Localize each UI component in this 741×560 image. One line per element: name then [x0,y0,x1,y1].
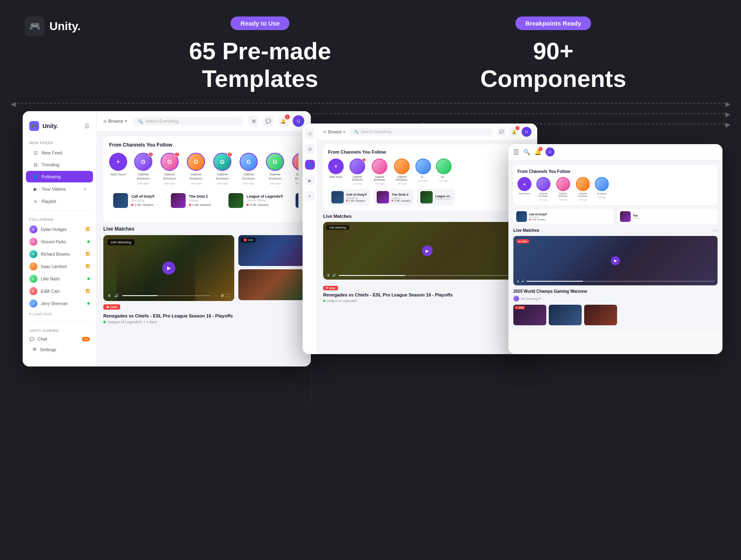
second-progress-bar[interactable] [339,275,528,276]
second-channel-1[interactable]: 3 Gabriel Erickson 14m ago [349,159,366,185]
third-thumb-1[interactable]: 🔴 Live [513,305,546,325]
third-search-icon[interactable]: 🔍 [523,149,530,155]
channel-item-5[interactable]: G Gabriel Erickson 14m ago [238,153,259,185]
second-browse-dropdown[interactable]: ⊙ Browse ▾ [323,130,345,134]
third-hamburger[interactable]: ☰ [513,148,519,156]
channel-item-7[interactable]: G Gabriel Erickson 14m ago [291,153,298,185]
game-card-fortnite[interactable]: Fortnite® Shooting 2.8K viewers [291,191,298,210]
game-title-cod: Call of Duty® [131,194,155,198]
arrow-right-1: ▶ [725,100,730,108]
third-prev-arrow[interactable]: ‹ [713,228,714,233]
second-channel-2[interactable]: Gabriel Erickson 14m ago [371,159,388,185]
notifications-button[interactable]: 🔔 2 [278,116,289,126]
small-icon-playlist[interactable]: ≡ [305,191,315,201]
hamburger-icon[interactable]: ☰ [84,123,90,129]
sidebar-item-your-videos[interactable]: ▶ Your Videos + [26,183,93,195]
channel-item-6[interactable]: G Gabriel Erickson 14m ago [265,153,285,185]
second-channel-5[interactable]: Er... 14m ago [436,159,452,185]
second-game-dota[interactable]: The Dota 2 eSport 2.8K viewers [373,189,414,205]
third-channel-1[interactable]: Gabriel Erickson 14m ago [536,177,551,201]
sidebar-chat-item[interactable]: 💬 Chat 20 [23,334,96,343]
third-progress-bar[interactable] [527,281,714,282]
third-channel-3[interactable]: Gabriel Erickson 14m ago [575,177,591,201]
play-button[interactable]: ▶ [162,261,175,275]
channel-name-4: Gabriel Erickson [212,173,233,180]
channel-time-7: 14m ago [296,182,298,185]
live-match-main[interactable]: 24K Watching ▶ ⏸ 🔊 → [103,235,234,301]
third-thumb-3[interactable] [584,305,617,325]
sidebar-item-new-feed[interactable]: ⊡ New Feed [26,147,93,159]
third-nav-avatar[interactable]: U [545,147,555,156]
settings-icon-match[interactable]: ⚙ [221,294,224,298]
third-thumb-2[interactable] [549,305,582,325]
small-icon-following[interactable]: 👤 [305,160,315,170]
mini-preview-2[interactable] [238,269,304,300]
add-avatar: + [109,153,127,171]
third-channel-4[interactable]: Erickson 14m ago [595,177,609,201]
third-game-cod[interactable]: Call of Duty® Shooting 2.8K viewers [513,209,614,224]
second-live-badge: Live [323,286,338,290]
small-icon-home[interactable]: ⊡ [305,128,315,138]
sidebar-item-settings[interactable]: ⚙ Settings [26,344,93,355]
sidebar-item-following[interactable]: 👤 Following [26,171,93,182]
third-play-btn[interactable]: ▶ [611,256,620,265]
third-main-video[interactable]: Live ▶ ⏸ 🔊 [513,236,718,285]
progress-bar[interactable] [122,295,211,296]
second-pause-icon[interactable]: ⏸ [326,273,330,277]
game-card-cod[interactable]: Call of Duty® Shooting 2.8K viewers [109,191,163,210]
second-messages-btn[interactable]: 💬 [497,127,506,136]
pause-icon[interactable]: ⏸ [107,294,111,298]
search-bar[interactable]: 🔍 Search Everything [132,117,243,126]
game-card-lol[interactable]: League of Legends® Online Game 2.8K view… [224,191,287,210]
channel-time-6: 14m ago [269,182,280,185]
channel-avatar-wrap-5: G [240,153,258,171]
user-avatar-nav[interactable]: U [293,115,304,127]
second-search-bar[interactable]: 🔍 Search Everything [349,128,493,135]
second-channel-3[interactable]: Gabriel Erickson 14m ago [393,159,410,185]
channel-avatar-wrap-4: G 2 [213,153,231,171]
sidebar-divider-2 [29,322,90,322]
sidebar-item-playlist[interactable]: ≡ Playlist [26,196,93,207]
add-button[interactable]: ⊞ [248,116,259,126]
second-game-genre-lol: Online Game [435,198,451,200]
wifi-icon-isaac: 📶 [86,264,90,268]
second-add-yours[interactable]: + Add Yours [328,159,344,185]
small-icon-trending[interactable]: ⊟ [305,144,315,154]
viewer-dot-dota [189,204,191,206]
add-icon: ⊞ [252,119,256,124]
second-nav-avatar[interactable]: U [522,127,531,137]
add-video-icon[interactable]: + [83,186,86,192]
second-main-video[interactable]: 24k watching ▶ ⏸ 🔊 [323,222,531,280]
sidebar-item-trending[interactable]: ⊟ Trending [26,159,93,170]
game-card-dota[interactable]: The Dota 2 eSport 2.8K viewers [167,191,220,210]
volume-icon[interactable]: 🔊 [114,294,119,298]
third-pause-icon[interactable]: ⏸ [517,280,520,283]
arrow-right-3: ▶ [725,121,730,128]
channel-time-5: 14m ago [243,182,254,185]
third-vol-icon[interactable]: 🔊 [521,280,525,283]
mini-preview-1[interactable]: 🔴 Live [238,235,304,266]
second-game-cod[interactable]: Call of Duty® Shooting 2.8K viewers [328,189,370,205]
third-add-yours[interactable]: + Add Yours [517,177,531,201]
bell-icon: 🔔 [280,119,286,124]
fullscreen-icon[interactable]: ⛶ [226,294,230,298]
channel-item-1[interactable]: G 3 Gabriel Erickson 14m ago [133,153,154,185]
channel-item-4[interactable]: G 2 Gabriel Erickson 14m ago [212,153,233,185]
small-icon-videos[interactable]: ▶ [305,175,315,185]
load-more-btn[interactable]: ▾ Load more [23,310,96,318]
third-game-dota[interactable]: The eSport [617,209,718,224]
second-play-btn[interactable]: ▶ [422,245,433,256]
messages-button[interactable]: 💬 [263,116,274,126]
channel-item-3[interactable]: G Gabriel Erickson 14m ago [186,153,206,185]
third-next-arrow[interactable]: › [716,228,718,233]
channel-item-2[interactable]: G 1 Gabriel Erickson 14m ago [159,153,180,185]
notification-badge: 2 [285,114,290,119]
second-notifications-btn[interactable]: 🔔 2 [509,127,518,136]
browse-dropdown[interactable]: ⊙ Browse ▾ [103,119,127,124]
second-vol-icon[interactable]: 🔊 [332,273,336,277]
second-game-lol[interactable]: League of... Online Game [417,189,454,205]
add-yours-item[interactable]: + Add Yours [109,153,127,185]
third-channel-2[interactable]: Gabriel Erickson 14m ago [555,177,571,201]
second-add-label: Add Yours [329,175,343,178]
second-channel-4[interactable]: G... 14m ago [415,159,431,185]
